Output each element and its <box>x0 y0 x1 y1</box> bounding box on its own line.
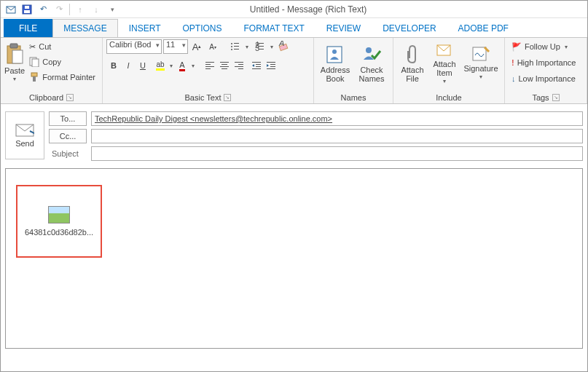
embedded-attachment[interactable]: 64381c0d36d82b... <box>16 185 102 258</box>
font-color-dropdown[interactable]: ▾ <box>189 63 197 69</box>
save-icon[interactable] <box>20 2 34 17</box>
check-names-icon <box>361 44 382 64</box>
svg-rect-14 <box>234 46 239 47</box>
svg-rect-43 <box>270 66 275 67</box>
bullets-dropdown[interactable]: ▾ <box>243 44 251 50</box>
follow-up-label: Follow Up <box>525 42 560 51</box>
copy-button[interactable]: Copy <box>26 55 98 69</box>
tab-developer[interactable]: DEVELOPER <box>372 19 447 37</box>
send-button[interactable]: Send <box>5 111 44 159</box>
tab-review[interactable]: REVIEW <box>315 19 372 37</box>
svg-rect-9 <box>31 73 37 76</box>
format-painter-button[interactable]: Format Painter <box>26 70 98 84</box>
clear-formatting-button[interactable]: A <box>277 39 291 54</box>
ribbon: Paste ▾ ✂Cut Copy Format Painter Clipboa… <box>1 37 587 104</box>
attach-file-button[interactable]: Attach File <box>397 39 428 87</box>
svg-rect-35 <box>235 66 243 67</box>
svg-point-11 <box>231 43 232 44</box>
increase-indent-button[interactable] <box>264 58 278 73</box>
bold-button[interactable]: B <box>106 58 121 73</box>
paste-button[interactable]: Paste ▾ <box>4 39 25 87</box>
cc-field[interactable] <box>91 129 583 143</box>
group-include: Attach File Attach Item▾ Signature▾ Incl… <box>393 38 505 103</box>
numbering-button[interactable]: 123 <box>252 39 267 54</box>
basic-text-dialog-launcher[interactable]: ↘ <box>224 94 231 101</box>
low-importance-icon: ↓ <box>511 74 516 83</box>
svg-rect-29 <box>220 62 229 63</box>
shrink-font-button[interactable]: A▾ <box>205 39 220 54</box>
svg-rect-12 <box>234 43 239 44</box>
svg-rect-38 <box>256 64 261 65</box>
to-field[interactable] <box>91 111 583 126</box>
italic-button[interactable]: I <box>121 58 136 73</box>
clipboard-group-label: Clipboard <box>29 93 63 102</box>
highlight-button[interactable]: ab <box>153 58 168 73</box>
signature-icon <box>471 45 490 63</box>
next-item-icon[interactable]: ↓ <box>89 2 103 17</box>
svg-rect-22 <box>259 49 264 50</box>
numbering-icon: 123 <box>254 41 264 52</box>
svg-rect-39 <box>256 66 261 67</box>
svg-point-13 <box>231 46 232 47</box>
image-thumbnail-icon <box>48 206 70 223</box>
cut-label: Cut <box>39 42 51 51</box>
attach-item-icon <box>436 41 453 58</box>
address-book-button[interactable]: Address Book <box>318 39 353 87</box>
svg-rect-30 <box>222 64 227 65</box>
high-importance-button[interactable]: !High Importance <box>509 55 579 70</box>
qat-customize-icon[interactable]: ▾ <box>105 2 119 17</box>
low-importance-button[interactable]: ↓Low Importance <box>509 71 579 86</box>
font-size-combo[interactable]: 11 <box>163 39 188 54</box>
previous-item-icon[interactable]: ↑ <box>73 2 87 17</box>
group-tags: 🚩Follow Up▾ !High Importance ↓Low Import… <box>505 38 587 103</box>
align-right-button[interactable] <box>232 58 246 73</box>
tab-options[interactable]: OPTIONS <box>172 19 233 37</box>
svg-rect-25 <box>205 62 214 63</box>
ribbon-tabs: FILE MESSAGE INSERT OPTIONS FORMAT TEXT … <box>1 18 587 37</box>
follow-up-button[interactable]: 🚩Follow Up▾ <box>509 39 579 54</box>
svg-rect-26 <box>205 64 211 65</box>
clipboard-icon <box>5 43 24 65</box>
underline-button[interactable]: U <box>136 58 150 73</box>
tab-insert[interactable]: INSERT <box>118 19 172 37</box>
redo-icon[interactable]: ↷ <box>52 2 66 17</box>
svg-rect-8 <box>32 59 39 67</box>
bullets-icon <box>230 41 240 52</box>
signature-button[interactable]: Signature▾ <box>461 39 501 87</box>
svg-rect-31 <box>220 66 229 67</box>
subject-field[interactable] <box>91 146 583 161</box>
svg-rect-40 <box>252 68 261 69</box>
title-bar: ↶ ↷ ↑ ↓ ▾ Untitled - Message (Rich Text) <box>1 1 587 18</box>
font-color-button[interactable]: A <box>175 58 189 73</box>
highlight-dropdown[interactable]: ▾ <box>168 63 175 69</box>
tab-format-text[interactable]: FORMAT TEXT <box>233 19 315 37</box>
app-icon[interactable] <box>4 2 18 17</box>
tab-message[interactable]: MESSAGE <box>52 19 117 37</box>
format-painter-label: Format Painter <box>42 73 95 82</box>
send-icon <box>15 124 34 137</box>
align-left-button[interactable] <box>203 58 217 73</box>
attach-item-button[interactable]: Attach Item▾ <box>429 39 460 87</box>
svg-rect-28 <box>205 68 211 69</box>
grow-font-button[interactable]: A▴ <box>189 39 204 54</box>
check-names-button[interactable]: Check Names <box>354 39 389 87</box>
bullets-button[interactable] <box>227 39 242 54</box>
svg-text:A: A <box>278 41 284 47</box>
align-center-button[interactable] <box>217 58 232 73</box>
numbering-dropdown[interactable]: ▾ <box>268 44 275 50</box>
tab-file[interactable]: FILE <box>4 19 52 37</box>
cc-button[interactable]: Cc... <box>49 129 87 143</box>
decrease-indent-button[interactable] <box>249 58 264 73</box>
cut-button[interactable]: ✂Cut <box>26 39 98 54</box>
align-right-icon <box>234 60 244 71</box>
undo-icon[interactable]: ↶ <box>36 2 50 17</box>
increase-indent-icon <box>266 60 276 71</box>
clipboard-dialog-launcher[interactable]: ↘ <box>66 94 74 101</box>
font-name-combo[interactable]: Calibri (Bod <box>106 39 162 54</box>
message-body[interactable]: 64381c0d36d82b... <box>5 168 583 349</box>
tab-adobe-pdf[interactable]: ADOBE PDF <box>447 19 520 37</box>
check-names-label: Check Names <box>359 66 385 83</box>
to-button[interactable]: To... <box>49 111 87 126</box>
tags-dialog-launcher[interactable]: ↘ <box>552 94 560 101</box>
svg-rect-42 <box>270 64 275 65</box>
